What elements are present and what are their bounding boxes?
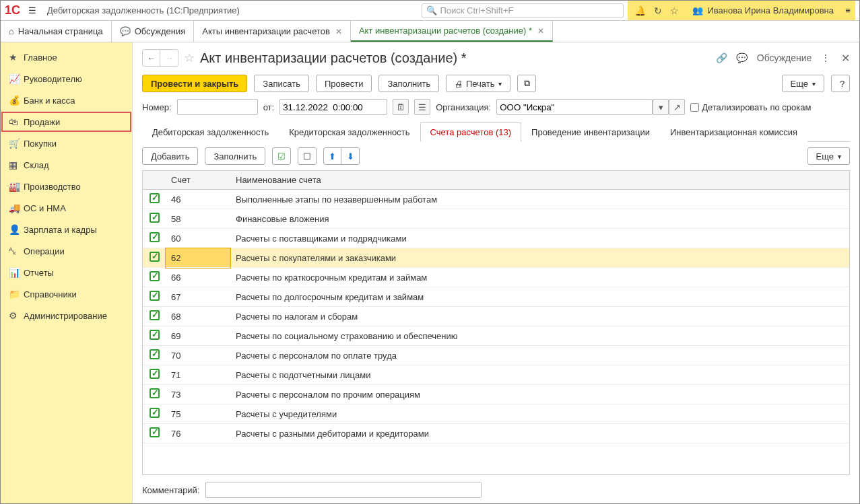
history-icon[interactable]: ↻ [654,5,662,16]
cell-account[interactable]: 67 [166,287,230,307]
cell-account[interactable]: 68 [166,307,230,326]
row-checkbox[interactable] [150,271,160,281]
sidebar-item-Главное[interactable]: ★Главное [1,46,132,68]
link-icon[interactable]: 🔗 [716,52,727,63]
detail-checkbox-block[interactable]: Детализировать по срокам [690,102,811,112]
row-checkbox[interactable] [150,408,160,418]
org-input[interactable] [496,99,653,115]
check-all-icon[interactable]: ☑ [272,147,291,165]
structure-icon[interactable]: ⧉ [517,75,536,92]
nav-fwd-icon[interactable]: → [160,50,178,66]
subtab-commission[interactable]: Инвентаризационная комиссия [660,122,807,142]
post-and-close-button[interactable]: Провести и закрыть [142,75,247,92]
user-block[interactable]: 👥 Иванова Ирина Владимировна [686,1,840,20]
table-row[interactable]: 66 Расчеты по краткосрочным кредитам и з… [143,268,849,287]
cell-account[interactable]: 71 [166,365,230,385]
move-up-icon[interactable]: ⬆ [324,148,341,164]
row-checkbox[interactable] [150,330,160,340]
table-row[interactable]: 68 Расчеты по налогам и сборам [143,307,849,326]
calendar-icon[interactable]: 🗓 [393,99,409,115]
row-checkbox[interactable] [150,213,160,223]
cell-account[interactable]: 58 [166,209,230,229]
comment-input[interactable] [205,482,482,498]
close-doc-icon[interactable]: ✕ [841,52,850,65]
cell-account[interactable]: 70 [166,346,230,365]
print-button[interactable]: 🖨 Печать ▾ [446,75,510,92]
cell-name[interactable]: Расчеты по краткосрочным кредитам и займ… [230,268,849,287]
sidebar-item-Покупки[interactable]: 🛒Покупки [1,133,132,154]
discussion-icon[interactable]: 💬 [736,52,748,63]
cell-account[interactable]: 73 [166,385,230,404]
cell-name[interactable]: Расчеты с подотчетными лицами [230,365,849,385]
cell-account[interactable]: 69 [166,326,230,346]
help-button[interactable]: ? [831,75,850,92]
sidebar-item-ОС и НМА[interactable]: 🚚ОС и НМА [1,197,132,219]
cell-name[interactable]: Финансовые вложения [230,209,849,229]
col-account[interactable]: Счет [166,171,230,190]
star-icon[interactable]: ☆ [670,5,679,16]
sidebar-item-Операции[interactable]: ᴬₖОперации [1,240,132,262]
fill-button[interactable]: Заполнить [378,75,439,92]
row-checkbox[interactable] [150,349,160,359]
more-list-button[interactable]: Еще ▾ [807,147,850,165]
cell-name[interactable]: Расчеты по социальному страхованию и обе… [230,326,849,346]
sidebar-item-Склад[interactable]: ▦Склад [1,154,132,176]
cell-account[interactable]: 76 [166,424,230,443]
accounts-grid[interactable]: Счет Наименование счета 46 Выполненные э… [142,170,850,475]
open-icon[interactable]: ↗ [669,99,685,115]
table-row[interactable]: 70 Расчеты с персоналом по оплате труда [143,346,849,365]
sidebar-item-Отчеты[interactable]: 📊Отчеты [1,262,132,283]
cell-name[interactable]: Расчеты по долгосрочным кредитам и займа… [230,287,849,307]
cell-account[interactable]: 62 [166,248,230,268]
table-row[interactable]: 46 Выполненные этапы по незавершенным ра… [143,190,849,209]
row-checkbox[interactable] [150,252,160,262]
table-row[interactable]: 76 Расчеты с разными дебиторами и кредит… [143,424,849,443]
row-checkbox[interactable] [150,388,160,398]
row-checkbox[interactable] [150,232,160,242]
sidebar-item-Зарплата и кадры[interactable]: 👤Зарплата и кадры [1,219,132,240]
dash-icon[interactable]: ☰ [414,99,430,115]
table-row[interactable]: 58 Финансовые вложения [143,209,849,229]
tab-invacts[interactable]: Акты инвентаризации расчетов ✕ [194,21,351,42]
col-name[interactable]: Наименование счета [230,171,849,190]
save-button[interactable]: Записать [254,75,309,92]
sidebar-item-Руководителю[interactable]: 📈Руководителю [1,68,132,89]
nav-back-icon[interactable]: ← [143,50,160,66]
row-checkbox[interactable] [150,291,160,301]
sidebar-item-Производство[interactable]: 🏭Производство [1,176,132,197]
cell-name[interactable]: Расчеты по налогам и сборам [230,307,849,326]
cell-account[interactable]: 46 [166,190,230,209]
cell-name[interactable]: Расчеты с учредителями [230,404,849,424]
table-row[interactable]: 62 Расчеты с покупателями и заказчиками [143,248,849,268]
table-row[interactable]: 69 Расчеты по социальному страхованию и … [143,326,849,346]
tab-home[interactable]: ⌂ Начальная страница [1,21,112,42]
table-row[interactable]: 75 Расчеты с учредителями [143,404,849,424]
bell-icon[interactable]: 🔔 [634,5,646,16]
move-down-icon[interactable]: ⬇ [341,148,359,164]
cell-account[interactable]: 60 [166,229,230,248]
table-row[interactable]: 60 Расчеты с поставщиками и подрядчиками [143,229,849,248]
cell-name[interactable]: Расчеты с персоналом по прочим операциям [230,385,849,404]
row-checkbox[interactable] [150,310,160,320]
tab-current-doc[interactable]: Акт инвентаризации расчетов (создание) *… [351,21,553,42]
cell-account[interactable]: 66 [166,268,230,287]
table-row[interactable]: 71 Расчеты с подотчетными лицами [143,365,849,385]
close-icon[interactable]: ✕ [335,27,342,36]
cell-name[interactable]: Выполненные этапы по незавершенным работ… [230,190,849,209]
table-row[interactable]: 73 Расчеты с персоналом по прочим операц… [143,385,849,404]
global-search[interactable]: 🔍 Поиск Ctrl+Shift+F [422,3,624,18]
cell-name[interactable]: Расчеты с персоналом по оплате труда [230,346,849,365]
subtab-inventory[interactable]: Проведение инвентаризации [521,122,660,142]
number-input[interactable] [177,99,258,115]
kebab-icon[interactable]: ⋮ [821,52,830,63]
sidebar-item-Продажи[interactable]: 🛍Продажи [1,111,132,133]
cell-name[interactable]: Расчеты с разными дебиторами и кредитора… [230,424,849,443]
sidebar-item-Администрирование[interactable]: ⚙Администрирование [1,305,132,326]
row-checkbox[interactable] [150,427,160,437]
fill-list-button[interactable]: Заполнить [205,147,265,165]
cell-account[interactable]: 75 [166,404,230,424]
sidebar-item-Банк и касса[interactable]: 💰Банк и касса [1,89,132,111]
uncheck-all-icon[interactable]: ☐ [298,147,317,165]
title-menu-icon[interactable]: ≡ [840,1,855,20]
table-row[interactable]: 67 Расчеты по долгосрочным кредитам и за… [143,287,849,307]
